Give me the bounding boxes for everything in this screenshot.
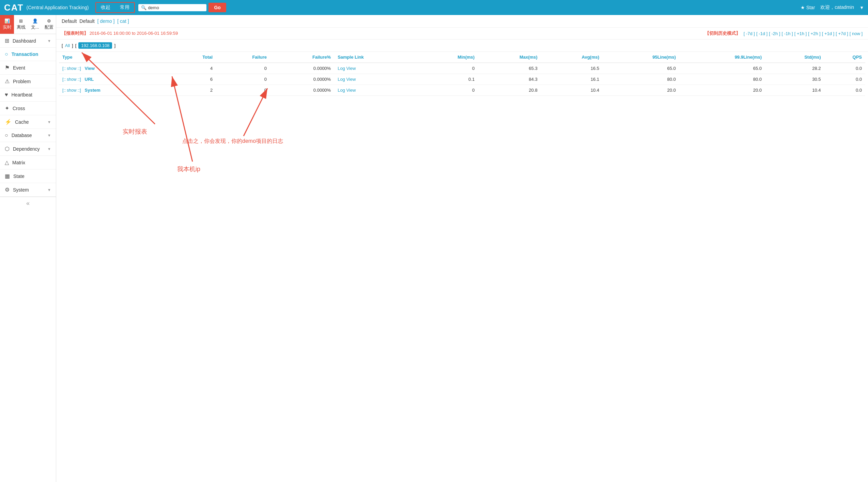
time-link-2h-plus[interactable]: [ +2h ] — [808, 31, 821, 36]
breadcrumb-bar: Default Default [ demo ] [ cat ] — [56, 15, 868, 28]
sidebar-item-matrix-label: Matrix — [12, 160, 25, 165]
cell-95line-2: 20.0 — [603, 85, 679, 96]
sidebar-item-cross[interactable]: ✦ Cross — [0, 102, 56, 115]
cell-sample-2[interactable]: Log View — [334, 85, 418, 96]
cell-avg-0: 16.5 — [541, 63, 603, 74]
filter-ip-badge[interactable]: 192.168.0.108 — [78, 42, 112, 49]
sidebar-item-cache[interactable]: ⚡ Cache ▼ — [0, 115, 56, 129]
table-row: [:: show ::] View 4 0 0.0000% Log View 0… — [59, 63, 865, 74]
time-link-7d-plus[interactable]: [ +7d ] — [836, 31, 848, 36]
nav-buttons: 收起 常用 — [95, 2, 135, 13]
tab-text-label: 文... — [31, 24, 39, 30]
sidebar-item-state-label: State — [13, 174, 25, 179]
sidebar-item-database[interactable]: ○ Database ▼ — [0, 129, 56, 142]
tab-offline[interactable]: ⊞ 离线 — [14, 15, 28, 34]
sidebar-item-dependency[interactable]: ⬡ Dependency ▼ — [0, 142, 56, 156]
log-link-1[interactable]: Log View — [338, 77, 356, 82]
time-link-1h-plus[interactable]: [ +1h ] — [794, 31, 807, 36]
time-link-1h-minus[interactable]: [ -1h ] — [781, 31, 793, 36]
col-header-min: Min(ms) — [418, 52, 478, 63]
type-link-1[interactable]: URL — [85, 77, 94, 82]
cell-sample-0[interactable]: Log View — [334, 63, 418, 74]
sidebar-item-cache-label: Cache — [15, 119, 29, 125]
filter-all-link[interactable]: All — [65, 43, 70, 48]
time-link-1d-plus[interactable]: [ +1d ] — [822, 31, 835, 36]
transaction-icon: ○ — [5, 51, 8, 57]
col-header-qps: QPS — [824, 52, 865, 63]
table-row: [:: show ::] URL 6 0 0.0000% Log View 0.… — [59, 74, 865, 85]
tab-config[interactable]: ⚙ 配置 — [42, 15, 56, 34]
tab-text[interactable]: 👤 文... — [28, 15, 42, 34]
cell-total-2: 2 — [173, 85, 216, 96]
sidebar-item-dashboard[interactable]: ⊞ Dashboard ▼ — [0, 34, 56, 48]
breadcrumb-item2: Default — [79, 18, 94, 24]
sidebar-item-event[interactable]: ⚑ Event — [0, 61, 56, 75]
sidebar-item-heartbeat[interactable]: ♥ Heartbeat — [0, 88, 56, 102]
type-link-0[interactable]: View — [85, 66, 95, 71]
cell-failure-pct-0: 0.0000% — [270, 63, 334, 74]
time-link-now[interactable]: [ now ] — [850, 31, 863, 36]
cell-total-1: 6 — [173, 74, 216, 85]
star-label: Star — [806, 5, 815, 10]
breadcrumb-cat-link[interactable]: [ cat ] — [117, 18, 129, 24]
time-link-2h-minus[interactable]: [ -2h ] — [769, 31, 780, 36]
show-link-0[interactable]: [:: show ::] — [62, 66, 81, 71]
show-link-1[interactable]: [:: show ::] — [62, 77, 81, 82]
breadcrumb-demo-link[interactable]: [ demo ] — [97, 18, 115, 24]
star-button[interactable]: ★ Star — [801, 5, 815, 10]
go-button[interactable]: Go — [208, 3, 226, 12]
sidebar-item-matrix[interactable]: △ Matrix — [0, 156, 56, 169]
sidebar-item-transaction-label: Transaction — [12, 51, 38, 57]
time-link-1d-minus[interactable]: [ -1d ] — [756, 31, 768, 36]
sidebar-item-system[interactable]: ⚙ System ▼ — [0, 183, 56, 197]
cell-avg-2: 10.4 — [541, 85, 603, 96]
database-icon: ○ — [5, 132, 8, 138]
cache-icon: ⚡ — [5, 119, 12, 125]
sidebar-item-dashboard-label: Dashboard — [13, 38, 36, 44]
nav-collect-btn[interactable]: 收起 — [96, 3, 115, 12]
cell-min-2: 0 — [418, 85, 478, 96]
cell-failure-1: 0 — [216, 74, 270, 85]
sidebar-item-state[interactable]: ▦ State — [0, 169, 56, 183]
time-to-label: to — [132, 31, 136, 36]
cell-qps-1: 0.0 — [824, 74, 865, 85]
cell-std-2: 10.4 — [765, 85, 824, 96]
text-icon: 👤 — [32, 18, 38, 24]
user-dropdown-icon[interactable]: ▼ — [859, 5, 864, 10]
col-header-failure: Failure — [216, 52, 270, 63]
col-header-avg: Avg(ms) — [541, 52, 603, 63]
logo: CAT — [4, 2, 24, 13]
cell-failure-2: 0 — [216, 85, 270, 96]
cell-qps-2: 0.0 — [824, 85, 865, 96]
main-layout: 📊 实时 ⊞ 离线 👤 文... ⚙ 配置 ⊞ Dashboard ▼ ○ — [0, 15, 868, 482]
type-link-2[interactable]: System — [85, 88, 100, 93]
cell-show-2[interactable]: [:: show ::] System — [59, 85, 173, 96]
col-header-type: Type — [59, 52, 173, 63]
tab-config-label: 配置 — [45, 24, 53, 30]
sidebar-collapse-btn[interactable]: « — [0, 197, 56, 210]
log-link-2[interactable]: Log View — [338, 88, 356, 93]
sidebar-item-problem[interactable]: ⚠ Problem — [0, 75, 56, 88]
cell-max-0: 65.3 — [478, 63, 541, 74]
show-link-2[interactable]: [:: show ::] — [62, 88, 81, 93]
welcome-text: 欢迎，catadmin — [820, 4, 854, 11]
search-icon: 🔍 — [141, 5, 146, 10]
nav-common-btn[interactable]: 常用 — [115, 3, 134, 12]
cell-show-0[interactable]: [:: show ::] View — [59, 63, 173, 74]
col-header-std: Std(ms) — [765, 52, 824, 63]
annotation-realtime: 实时报表 — [123, 127, 147, 136]
system-icon: ⚙ — [5, 186, 10, 193]
tab-realtime[interactable]: 📊 实时 — [0, 15, 14, 34]
data-table: Type Total Failure Failure% Sample Link … — [59, 52, 865, 96]
cell-sample-1[interactable]: Log View — [334, 74, 418, 85]
filter-bar: [ All ] [ 192.168.0.108 ] — [56, 40, 868, 52]
time-link-7d-minus[interactable]: [ -7d ] — [744, 31, 755, 36]
cell-show-1[interactable]: [:: show ::] URL — [59, 74, 173, 85]
state-icon: ▦ — [5, 173, 10, 179]
sidebar-item-transaction[interactable]: ○ Transaction — [0, 48, 56, 61]
search-input[interactable] — [148, 5, 202, 10]
table-header-row: Type Total Failure Failure% Sample Link … — [59, 52, 865, 63]
sidebar-tabs: 📊 实时 ⊞ 离线 👤 文... ⚙ 配置 — [0, 15, 56, 34]
log-link-0[interactable]: Log View — [338, 66, 356, 71]
cell-95line-0: 65.0 — [603, 63, 679, 74]
